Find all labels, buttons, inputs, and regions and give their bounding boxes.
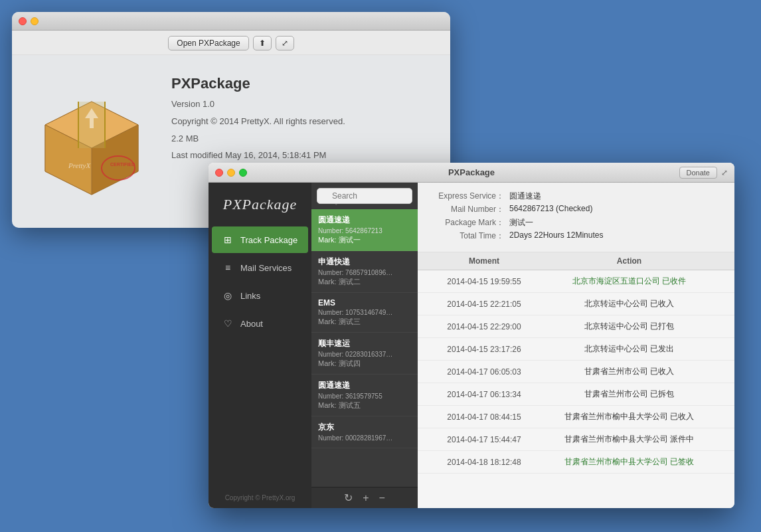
sidebar-label-about: About (240, 319, 263, 329)
row-moment: 2014-04-17 06:05:03 (431, 367, 537, 377)
detail-table-header: Moment Action (418, 252, 734, 270)
table-row: 2014-04-17 06:13:34 甘肃省兰州市公司 已拆包 (418, 383, 734, 406)
pkg-mark: Mark: 测试二 (318, 277, 411, 287)
list-icon: ≡ (222, 262, 234, 273)
svg-text:CERTIFIED: CERTIFIED (110, 162, 135, 167)
sidebar-item-links[interactable]: ◎ Links (212, 282, 308, 309)
express-service-value: 圆通速递 (509, 191, 541, 202)
sidebar-footer: Copyright © PrettyX.org (209, 488, 311, 508)
app-title: PXPackage (171, 75, 437, 92)
heart-icon: ♡ (222, 318, 234, 329)
sidebar-item-track-package[interactable]: ⊞ Track Package (212, 226, 308, 253)
sidebar-logo: PXPackage (209, 183, 311, 223)
search-input[interactable] (317, 188, 412, 204)
copyright-text: Copyright © 2014 PrettyX. All rights res… (171, 115, 437, 129)
table-row: 2014-04-15 22:29:00 北京转运中心公司 已打包 (418, 315, 734, 338)
row-action: 甘肃省兰州市榆中县大学公司 派件中 (537, 434, 721, 445)
pkg-mark: Mark: 测试四 (318, 359, 411, 369)
list-item[interactable]: 京东 Number: 00028281967… (311, 416, 418, 448)
detail-rows: 2014-04-15 19:59:55 北京市海淀区五道口公司 已收件 2014… (418, 270, 734, 508)
info-text: PXPackage Version 1.0 Copyright © 2014 P… (171, 68, 437, 166)
list-item[interactable]: EMS Number: 10753146749… Mark: 测试三 (311, 293, 418, 333)
main-titlebar: PXPackage Donate ⤢ (209, 163, 734, 183)
package-items: 圆通速递 Number: 5642867213 Mark: 测试一 申通快递 N… (311, 209, 418, 487)
pkg-service: 圆通速递 (318, 215, 411, 226)
row-moment: 2014-04-17 06:13:34 (431, 390, 537, 399)
total-time-row: Total Time： 2Days 22Hours 12Minutes (431, 230, 721, 242)
sidebar-label-links: Links (240, 291, 260, 301)
total-time-value: 2Days 22Hours 12Minutes (509, 230, 603, 242)
grid-icon: ⊞ (222, 234, 234, 245)
pkg-number: Number: 5642867213 (318, 227, 411, 234)
remove-package-button[interactable]: − (379, 491, 385, 504)
row-moment: 2014-04-15 23:17:26 (431, 345, 537, 354)
row-action: 甘肃省兰州市公司 已拆包 (537, 389, 721, 400)
sidebar-item-about[interactable]: ♡ About (212, 310, 308, 337)
svg-text:PrettyX: PrettyX (68, 161, 91, 169)
row-action: 甘肃省兰州市公司 已收入 (537, 366, 721, 377)
window-controls (215, 169, 247, 177)
expand-button[interactable]: ⤢ (276, 36, 294, 50)
main-fullscreen-button[interactable] (239, 169, 247, 177)
sidebar-label-mail: Mail Services (240, 263, 292, 273)
pkg-service: 圆通速递 (318, 380, 411, 391)
package-list-footer: ↻ + − (311, 487, 418, 508)
row-action: 甘肃省兰州市榆中县大学公司 已收入 (537, 411, 721, 422)
share-button[interactable]: ⬆ (253, 36, 272, 50)
list-item[interactable]: 圆通速递 Number: 3619579755 Mark: 测试五 (311, 375, 418, 416)
detail-panel: Express Service： 圆通速递 Mail Number： 56428… (418, 183, 734, 508)
main-close-button[interactable] (215, 169, 223, 177)
minimize-button[interactable] (31, 17, 39, 25)
detail-info: Express Service： 圆通速递 Mail Number： 56428… (418, 183, 734, 252)
table-row: 2014-04-15 19:59:55 北京市海淀区五道口公司 已收件 (418, 270, 734, 293)
sidebar-label-track: Track Package (240, 235, 297, 245)
mail-number-label: Mail Number： (431, 204, 504, 215)
express-service-label: Express Service： (431, 191, 504, 202)
close-button[interactable] (19, 17, 27, 25)
package-mark-value: 测试一 (509, 217, 533, 228)
modified-text: Last modified May 16, 2014, 5:18:41 PM (171, 149, 437, 163)
pkg-number: Number: 00028281967… (318, 434, 411, 442)
row-moment: 2014-04-15 19:59:55 (431, 277, 537, 286)
refresh-button[interactable]: ↻ (344, 491, 353, 504)
search-box-wrap: 🔍 (311, 183, 418, 209)
table-row: 2014-04-17 15:44:47 甘肃省兰州市榆中县大学公司 派件中 (418, 428, 734, 451)
pkg-service: 京东 (318, 422, 411, 433)
row-moment: 2014-04-15 22:21:05 (431, 300, 537, 309)
add-package-button[interactable]: + (363, 491, 369, 504)
mail-number-value: 5642867213 (Checked) (509, 204, 592, 215)
sidebar-item-mail-services[interactable]: ≡ Mail Services (212, 254, 308, 281)
row-moment: 2014-04-15 22:29:00 (431, 322, 537, 331)
list-item[interactable]: 顺丰速运 Number: 02283016337… Mark: 测试四 (311, 333, 418, 375)
row-action: 北京转运中心公司 已收入 (537, 298, 721, 310)
size-text: 2.2 MB (171, 132, 437, 146)
package-mark-label: Package Mark： (431, 217, 504, 228)
main-window-title: PXPackage (448, 167, 495, 177)
main-window: PXPackage Donate ⤢ PXPackage ⊞ Track Pac… (209, 163, 734, 508)
pkg-number: Number: 3619579755 (318, 393, 411, 400)
list-item[interactable]: 圆通速递 Number: 5642867213 Mark: 测试一 (311, 209, 418, 251)
sidebar-nav: ⊞ Track Package ≡ Mail Services ◎ Links … (209, 223, 311, 488)
table-row: 2014-04-17 08:44:15 甘肃省兰州市榆中县大学公司 已收入 (418, 406, 734, 428)
table-row: 2014-04-17 06:05:03 甘肃省兰州市公司 已收入 (418, 361, 734, 383)
pkg-service: EMS (318, 298, 411, 308)
expand-window-button[interactable]: ⤢ (721, 167, 728, 179)
package-mark-row: Package Mark： 测试一 (431, 217, 721, 228)
search-wrap: 🔍 (317, 188, 412, 204)
info-panel-titlebar (12, 12, 450, 31)
main-minimize-button[interactable] (227, 169, 235, 177)
row-moment: 2014-04-18 18:12:48 (431, 458, 537, 467)
table-row: 2014-04-15 22:21:05 北京转运中心公司 已收入 (418, 293, 734, 315)
pkg-mark: Mark: 测试三 (318, 317, 411, 327)
donate-button[interactable]: Donate (679, 167, 717, 179)
mail-number-row: Mail Number： 5642867213 (Checked) (431, 204, 721, 215)
pkg-service: 顺丰速运 (318, 338, 411, 349)
row-action: 甘肃省兰州市榆中县大学公司 已签收 (537, 456, 721, 468)
row-moment: 2014-04-17 15:44:47 (431, 435, 537, 444)
column-action: Action (537, 256, 721, 266)
pkg-number: Number: 76857910896… (318, 269, 411, 276)
open-pxpackage-button[interactable]: Open PXPackage (168, 36, 248, 50)
list-item[interactable]: 申通快递 Number: 76857910896… Mark: 测试二 (311, 251, 418, 293)
table-row: 2014-04-15 23:17:26 北京转运中心公司 已发出 (418, 338, 734, 361)
row-action: 北京转运中心公司 已打包 (537, 321, 721, 332)
